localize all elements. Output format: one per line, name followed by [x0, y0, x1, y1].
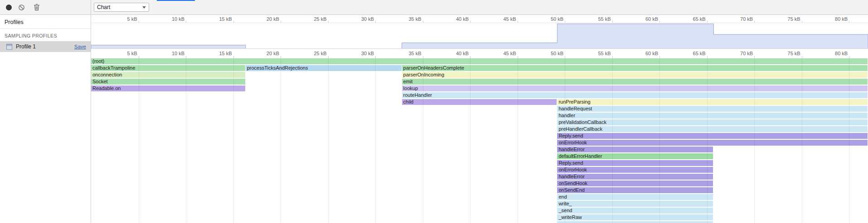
flame-bar[interactable]: child — [402, 99, 557, 105]
flame-bar[interactable]: handleError — [557, 147, 713, 152]
flame-bar[interactable]: Reply.send — [557, 160, 713, 166]
view-mode-selected-value: Chart — [97, 4, 110, 10]
flame-bar[interactable]: callbackTrampoline — [91, 65, 245, 71]
ruler-top: 5 kB10 kB15 kB20 kB25 kB30 kB35 kB40 kB4… — [91, 15, 868, 23]
flame-bar[interactable]: handler — [557, 113, 868, 119]
ruler-tick-label: 10 kB — [172, 15, 184, 23]
ruler-tick-label: 20 kB — [267, 15, 279, 23]
flame-row: handler — [91, 112, 868, 119]
ruler-tick-label: 20 kB — [267, 49, 279, 58]
flame-row: childrunPreParsing — [91, 99, 868, 105]
ruler-tick-label: 40 kB — [456, 15, 469, 23]
active-tab-indicator — [157, 0, 195, 1]
ruler-tick-label: 35 kB — [408, 15, 421, 23]
flame-bar[interactable]: preValidationCallback — [557, 119, 868, 125]
flame-row: Reply.send — [91, 160, 868, 166]
ruler-tick-label: 5 kB — [127, 49, 137, 58]
flame-bar[interactable]: Socket — [91, 79, 245, 85]
flame-bar[interactable]: defaultErrorHandler — [557, 153, 713, 159]
flame-row: handleRequest — [91, 105, 868, 112]
ruler-tick-label: 25 kB — [314, 49, 326, 58]
flame-bar[interactable]: handleError — [557, 174, 713, 180]
record-button[interactable] — [2, 1, 15, 14]
flame-bar[interactable]: handleRequest — [557, 106, 868, 112]
clear-profiles-button[interactable] — [15, 1, 28, 14]
flame-row: handleError — [91, 173, 868, 180]
ruler-tick-label: 5 kB — [127, 15, 137, 23]
flame-bar[interactable]: Readable.on — [91, 85, 245, 91]
ruler-tick-label: 25 kB — [314, 15, 326, 23]
view-mode-select[interactable]: Chart — [94, 3, 149, 12]
memory-overview-graph — [91, 23, 868, 48]
flame-row: (root) — [91, 58, 868, 65]
profile-name: Profile 1 — [16, 43, 71, 50]
ruler-tick-label: 75 kB — [788, 49, 800, 58]
flame-bar[interactable]: _send — [557, 208, 713, 214]
flame-bar[interactable]: onSendEnd — [557, 187, 713, 193]
flame-bar[interactable]: end — [557, 194, 713, 200]
flame-bar[interactable]: onErrorHook — [557, 140, 868, 146]
flame-row: defaultErrorHandler — [91, 153, 868, 160]
flame-row: _writeRaw — [91, 214, 868, 221]
save-profile-link[interactable]: Save — [74, 44, 86, 49]
ruler-tick-label: 50 kB — [551, 15, 563, 23]
flame-bar[interactable]: emit — [402, 79, 868, 85]
flame-row: _send — [91, 207, 868, 214]
flame-bar[interactable]: write_ — [557, 201, 713, 207]
trash-icon — [34, 4, 40, 11]
flame-bar[interactable]: lookup — [402, 85, 868, 91]
ruler-tick-label: 45 kB — [503, 49, 516, 58]
flame-row: onSendEnd — [91, 187, 868, 194]
flame-row: Readable.onlookup — [91, 85, 868, 92]
flame-row: onconnectionparserOnIncoming — [91, 71, 868, 78]
ruler-tick-label: 30 kB — [361, 49, 374, 58]
ruler-tick-label: 40 kB — [456, 49, 469, 58]
flame-bar[interactable]: preHandlerCallback — [557, 126, 868, 132]
flame-bar[interactable] — [557, 221, 713, 223]
flame-bar[interactable]: Reply.send — [557, 133, 868, 139]
ruler-tick-label: 15 kB — [219, 49, 232, 58]
flame-row: end — [91, 194, 868, 200]
circle-slash-icon — [18, 4, 25, 11]
delete-profile-button[interactable] — [30, 1, 43, 14]
ruler-middle: 5 kB10 kB15 kB20 kB25 kB30 kB35 kB40 kB4… — [91, 49, 868, 58]
ruler-tick-label: 75 kB — [788, 15, 800, 23]
ruler-tick-label: 60 kB — [645, 49, 658, 58]
flame-bar[interactable]: onErrorHook — [557, 167, 713, 173]
ruler-tick-label: 80 kB — [835, 49, 848, 58]
toolbar-left-section — [0, 0, 91, 14]
flame-row: Socketemit — [91, 78, 868, 85]
flame-bar[interactable]: onSendHook — [557, 180, 713, 186]
ruler-tick-label: 45 kB — [503, 15, 516, 23]
flame-bar[interactable]: (root) — [91, 58, 868, 64]
devtools-profiler-panel: Chart Profiles SAMPLING PROFILES Profile… — [0, 0, 868, 223]
ruler-tick-label: 80 kB — [835, 15, 848, 23]
flame-bar[interactable]: routeHandler — [402, 92, 868, 98]
flame-row: onErrorHook — [91, 139, 868, 146]
sampling-profiles-section-label: SAMPLING PROFILES — [0, 29, 91, 41]
flame-row: callbackTrampolineprocessTicksAndRejecti… — [91, 65, 868, 71]
flame-row: write_ — [91, 200, 868, 207]
ruler-tick-label: 35 kB — [408, 49, 421, 58]
ruler-tick-label: 70 kB — [740, 49, 753, 58]
flame-bar[interactable]: processTicksAndRejections — [246, 65, 402, 71]
ruler-tick-label: 70 kB — [740, 15, 753, 23]
ruler-tick-label: 55 kB — [598, 49, 611, 58]
profile-item-profile-1[interactable]: Profile 1 Save — [0, 41, 91, 52]
flame-bar[interactable]: _writeRaw — [557, 214, 713, 220]
flame-row: onSendHook — [91, 180, 868, 187]
flame-row: preValidationCallback — [91, 119, 868, 126]
flame-bar[interactable]: runPreParsing — [557, 99, 868, 105]
flame-bar[interactable]: onconnection — [91, 72, 245, 78]
profiles-sidebar: Profiles SAMPLING PROFILES Profile 1 Sav… — [0, 15, 91, 223]
flame-chart: (root)callbackTrampolineprocessTicksAndR… — [91, 58, 868, 223]
ruler-tick-label: 65 kB — [693, 15, 706, 23]
flame-row — [91, 221, 868, 223]
ruler-tick-label: 50 kB — [551, 49, 563, 58]
flame-bar[interactable]: parserOnIncoming — [402, 72, 868, 78]
flame-bar[interactable]: parserOnHeadersComplete — [402, 65, 868, 71]
ruler-tick-label: 15 kB — [219, 15, 232, 23]
flame-row: preHandlerCallback — [91, 126, 868, 133]
memory-overview[interactable] — [91, 23, 868, 49]
profile-sheet-icon — [6, 43, 13, 50]
